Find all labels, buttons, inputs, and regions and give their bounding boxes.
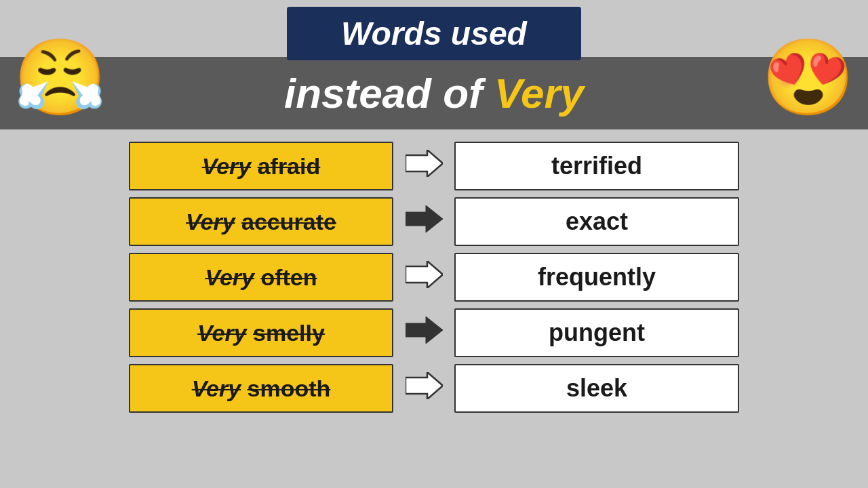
very-label: Very: [197, 320, 246, 346]
word-row: Very often frequently: [129, 253, 739, 302]
word-row: Very afraid terrified: [129, 142, 739, 190]
result-text: sleek: [566, 374, 627, 403]
result-text: pungent: [549, 319, 645, 347]
left-box: Very smelly: [129, 308, 393, 357]
arrow-icon: [403, 317, 444, 350]
right-box: terrified: [454, 142, 739, 190]
title-text: Words used: [341, 16, 527, 52]
word-row: Very smelly pungent: [129, 308, 739, 357]
word-label: afraid: [258, 153, 321, 179]
svg-marker-0: [406, 150, 443, 177]
very-label: Very: [186, 209, 235, 235]
right-box: pungent: [454, 308, 739, 357]
very-label: Very: [205, 264, 254, 290]
word-label: smooth: [248, 375, 331, 401]
left-box-text: Very accurate: [186, 209, 336, 235]
word-row: Very smooth sleek: [129, 364, 739, 413]
svg-marker-4: [406, 372, 443, 399]
title-box: Words used: [287, 7, 581, 60]
word-label: smelly: [253, 320, 325, 346]
subtitle-bar: instead of Very: [0, 57, 868, 129]
right-box: frequently: [454, 253, 739, 302]
word-label: accurate: [241, 209, 336, 235]
word-label: often: [260, 264, 317, 290]
result-text: frequently: [538, 263, 656, 291]
svg-marker-2: [406, 261, 443, 288]
result-text: exact: [566, 207, 628, 236]
word-row: Very accurate exact: [129, 197, 739, 246]
left-box: Very often: [129, 253, 393, 302]
left-box-text: Very smooth: [192, 375, 331, 402]
subtitle-text: instead of Very: [284, 69, 584, 117]
left-box-text: Very often: [205, 264, 317, 291]
words-section: Very afraid terrifiedVery accurate exact…: [129, 142, 739, 413]
main-container: 😤 😍 Words used instead of Very Very afra…: [0, 0, 868, 488]
subtitle-very: Very: [494, 70, 584, 117]
left-box-text: Very afraid: [202, 153, 321, 180]
very-label: Very: [202, 153, 251, 179]
emoji-left: 😤: [14, 34, 106, 121]
arrow-icon: [403, 150, 444, 183]
header-section: Words used instead of Very: [0, 7, 868, 129]
svg-marker-1: [406, 205, 443, 232]
arrow-icon: [403, 261, 444, 294]
result-text: terrified: [551, 152, 642, 180]
arrow-icon: [403, 205, 444, 239]
svg-marker-3: [406, 317, 443, 344]
right-box: exact: [454, 197, 739, 246]
right-box: sleek: [454, 364, 739, 413]
subtitle-plain: instead of: [284, 70, 494, 117]
left-box: Very smooth: [129, 364, 393, 413]
very-label: Very: [192, 375, 241, 401]
emoji-right: 😍: [762, 34, 854, 121]
left-box: Very afraid: [129, 142, 393, 190]
arrow-icon: [403, 372, 444, 405]
left-box: Very accurate: [129, 197, 393, 246]
left-box-text: Very smelly: [197, 320, 325, 346]
